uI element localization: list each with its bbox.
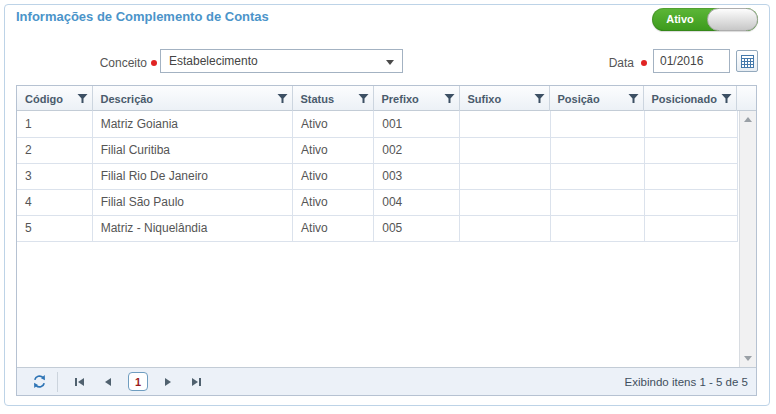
pager-prev-button[interactable] bbox=[98, 372, 118, 392]
pager-last-icon bbox=[190, 376, 202, 388]
filter-icon[interactable] bbox=[721, 93, 732, 104]
toggle-label: Ativo bbox=[652, 8, 708, 31]
cell-sufixo bbox=[460, 189, 550, 215]
table-row[interactable]: 2 Filial Curitiba Ativo 002 bbox=[17, 137, 738, 163]
cell-status: Ativo bbox=[293, 163, 374, 189]
cell-prefixo: 001 bbox=[374, 111, 460, 137]
cell-descricao: Filial São Paulo bbox=[92, 189, 292, 215]
cell-sufixo bbox=[460, 163, 550, 189]
grid-header: Código Descrição Status Prefixo bbox=[17, 86, 756, 111]
calendar-icon bbox=[741, 55, 754, 68]
cell-descricao: Filial Rio De Janeiro bbox=[92, 163, 292, 189]
filter-icon[interactable] bbox=[77, 93, 88, 104]
page-number[interactable]: 1 bbox=[128, 372, 148, 391]
pager-next-icon bbox=[162, 376, 174, 388]
data-input[interactable] bbox=[653, 49, 730, 73]
pager-first-icon bbox=[74, 376, 86, 388]
cell-posicionado bbox=[644, 163, 737, 189]
pager-next-button[interactable] bbox=[158, 372, 178, 392]
refresh-icon bbox=[32, 374, 47, 389]
calendar-button[interactable] bbox=[736, 50, 758, 72]
grid-footer: 1 Exibindo itens 1 - 5 de 5 bbox=[17, 367, 756, 395]
pager-status: Exibindo itens 1 - 5 de 5 bbox=[625, 368, 748, 396]
data-label: Data bbox=[580, 56, 634, 70]
cell-status: Ativo bbox=[293, 137, 374, 163]
cell-sufixo bbox=[460, 215, 550, 241]
cell-posicao bbox=[550, 163, 644, 189]
column-header-prefixo[interactable]: Prefixo bbox=[373, 86, 459, 111]
cell-descricao: Matriz - Niquelândia bbox=[92, 215, 292, 241]
pager-first-button[interactable] bbox=[70, 372, 90, 392]
column-header-sufixo[interactable]: Sufixo bbox=[459, 86, 549, 111]
footer-divider bbox=[57, 372, 58, 392]
column-header-posicao[interactable]: Posição bbox=[549, 86, 643, 111]
cell-codigo: 1 bbox=[17, 111, 92, 137]
refresh-button[interactable] bbox=[29, 372, 49, 392]
vertical-scrollbar[interactable] bbox=[739, 111, 756, 367]
scrollbar-spacer bbox=[736, 86, 756, 111]
column-header-descricao[interactable]: Descrição bbox=[92, 86, 292, 111]
active-toggle[interactable]: Ativo bbox=[652, 8, 758, 31]
cell-prefixo: 003 bbox=[374, 163, 460, 189]
pager-prev-icon bbox=[102, 376, 114, 388]
table-row[interactable]: 5 Matriz - Niquelândia Ativo 005 bbox=[17, 215, 738, 241]
conceito-selected-value: Estabelecimento bbox=[169, 54, 258, 68]
conceito-label: Conceito bbox=[35, 56, 147, 70]
cell-posicao bbox=[550, 189, 644, 215]
table-row[interactable]: 3 Filial Rio De Janeiro Ativo 003 bbox=[17, 163, 738, 189]
cell-posicao bbox=[550, 137, 644, 163]
cell-codigo: 3 bbox=[17, 163, 92, 189]
filter-icon[interactable] bbox=[534, 93, 545, 104]
table-row[interactable]: 4 Filial São Paulo Ativo 004 bbox=[17, 189, 738, 215]
cell-posicionado bbox=[644, 189, 737, 215]
cell-descricao: Filial Curitiba bbox=[92, 137, 292, 163]
table-row[interactable]: 1 Matriz Goiania Ativo 001 bbox=[17, 111, 738, 137]
cell-posicao bbox=[550, 215, 644, 241]
cell-sufixo bbox=[460, 111, 550, 137]
cell-sufixo bbox=[460, 137, 550, 163]
column-header-codigo[interactable]: Código bbox=[17, 86, 92, 111]
cell-posicionado bbox=[644, 137, 737, 163]
cell-prefixo: 004 bbox=[374, 189, 460, 215]
pager-last-button[interactable] bbox=[186, 372, 206, 392]
chevron-down-icon bbox=[386, 60, 394, 65]
cell-posicionado bbox=[644, 111, 737, 137]
required-dot-icon bbox=[641, 60, 647, 66]
cell-status: Ativo bbox=[293, 111, 374, 137]
cell-status: Ativo bbox=[293, 189, 374, 215]
filter-icon[interactable] bbox=[277, 93, 288, 104]
filter-icon[interactable] bbox=[444, 93, 455, 104]
required-dot-icon bbox=[151, 60, 157, 66]
page-title: Informações de Complemento de Contas bbox=[16, 9, 269, 24]
cell-prefixo: 005 bbox=[374, 215, 460, 241]
cell-prefixo: 002 bbox=[374, 137, 460, 163]
toggle-handle[interactable] bbox=[707, 8, 758, 31]
cell-descricao: Matriz Goiania bbox=[92, 111, 292, 137]
filter-icon[interactable] bbox=[628, 93, 639, 104]
accounts-complement-panel: Informações de Complemento de Contas Ati… bbox=[4, 4, 770, 406]
filter-icon[interactable] bbox=[358, 93, 369, 104]
conceito-select[interactable]: Estabelecimento bbox=[160, 49, 403, 73]
cell-codigo: 5 bbox=[17, 215, 92, 241]
scroll-up-icon[interactable] bbox=[744, 117, 752, 122]
grid-body: 1 Matriz Goiania Ativo 001 2 Filial Curi… bbox=[17, 111, 756, 367]
cell-status: Ativo bbox=[293, 215, 374, 241]
cell-codigo: 2 bbox=[17, 137, 92, 163]
accounts-grid: Código Descrição Status Prefixo bbox=[16, 85, 757, 396]
scroll-down-icon[interactable] bbox=[744, 356, 752, 361]
cell-posicionado bbox=[644, 215, 737, 241]
cell-codigo: 4 bbox=[17, 189, 92, 215]
column-header-status[interactable]: Status bbox=[292, 86, 373, 111]
cell-posicao bbox=[550, 111, 644, 137]
column-header-posicionado[interactable]: Posicionado bbox=[643, 86, 736, 111]
